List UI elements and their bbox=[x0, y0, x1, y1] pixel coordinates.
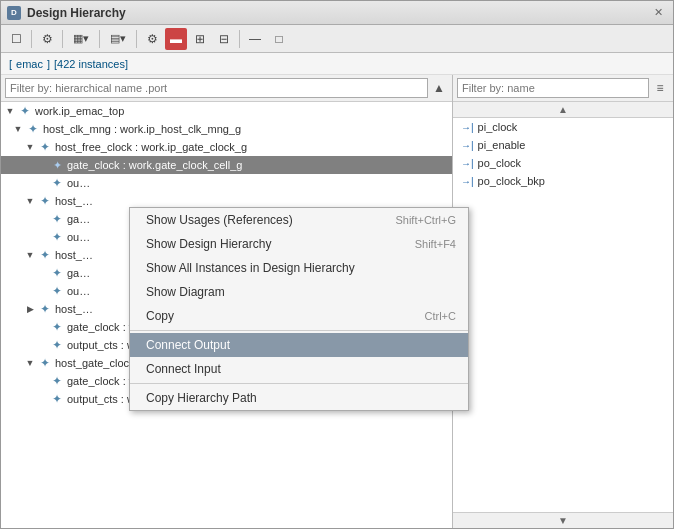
gear-icon-10: ✦ bbox=[50, 284, 64, 298]
port-in-arrow-0: →| bbox=[461, 122, 474, 133]
info-bracket-open: [ bbox=[9, 58, 12, 70]
tree-item-work-ip-emac-top[interactable]: ▼ ✦ work.ip_emac_top bbox=[1, 102, 452, 120]
gear-icon-6: ✦ bbox=[50, 212, 64, 226]
tree-label-1: host_clk_mng : work.ip_host_clk_mng_g bbox=[43, 123, 241, 135]
expand-icon-5[interactable]: ▼ bbox=[25, 196, 35, 206]
left-filter-input[interactable] bbox=[5, 78, 428, 98]
gear-icon-14: ✦ bbox=[38, 356, 52, 370]
toolbar-sep-4 bbox=[136, 30, 137, 48]
settings-toolbar-btn[interactable]: ⚙ bbox=[36, 28, 58, 50]
ctx-copy-shortcut: Ctrl+C bbox=[425, 310, 456, 322]
port-in-arrow-1: →| bbox=[461, 140, 474, 151]
expand-icon-2[interactable]: ▼ bbox=[25, 142, 35, 152]
gear-icon-1: ✦ bbox=[26, 122, 40, 136]
gear-icon-13: ✦ bbox=[50, 338, 64, 352]
main-window: D Design Hierarchy ✕ ☐ ⚙ ▦▾ ▤▾ ⚙ ▬ ⊞ ⊟ —… bbox=[0, 0, 674, 529]
expand-icon-10 bbox=[37, 286, 47, 296]
close-button[interactable]: ✕ bbox=[650, 6, 667, 19]
toolbar-sep-1 bbox=[31, 30, 32, 48]
right-filter-input[interactable] bbox=[457, 78, 649, 98]
left-filter-bar: ▲ bbox=[1, 75, 452, 102]
right-port-po-clock[interactable]: →| po_clock bbox=[453, 154, 673, 172]
title-bar: D Design Hierarchy ✕ bbox=[1, 1, 673, 25]
ctx-show-diagram-label: Show Diagram bbox=[146, 285, 225, 299]
port-out-arrow-3: →| bbox=[461, 176, 474, 187]
cols-toolbar-btn[interactable]: ▤▾ bbox=[104, 28, 132, 50]
ctx-connect-output[interactable]: Connect Output bbox=[130, 333, 468, 357]
expand-icon-8[interactable]: ▼ bbox=[25, 250, 35, 260]
gear-icon-16: ✦ bbox=[50, 392, 64, 406]
expand-icon-14[interactable]: ▼ bbox=[25, 358, 35, 368]
ctx-show-design-hierarchy[interactable]: Show Design Hierarchy Shift+F4 bbox=[130, 232, 468, 256]
tree-label-7: ou… bbox=[67, 231, 90, 243]
max-toolbar-btn[interactable]: □ bbox=[268, 28, 290, 50]
info-bar: [emac] [422 instances] bbox=[1, 53, 673, 75]
tree-label-10: ou… bbox=[67, 285, 90, 297]
ctx-copy-hierarchy-path[interactable]: Copy Hierarchy Path bbox=[130, 386, 468, 410]
checkbox-toolbar-btn[interactable]: ☐ bbox=[5, 28, 27, 50]
ctx-show-usages[interactable]: Show Usages (References) Shift+Ctrl+G bbox=[130, 208, 468, 232]
gear-icon-0: ✦ bbox=[18, 104, 32, 118]
ctx-show-design-hierarchy-label: Show Design Hierarchy bbox=[146, 237, 271, 251]
tree-item-gate-clock[interactable]: ✦ gate_clock : work.gate_clock_cell_g bbox=[1, 156, 452, 174]
gear-icon-15: ✦ bbox=[50, 374, 64, 388]
expand-icon-4 bbox=[37, 178, 47, 188]
gear-icon-12: ✦ bbox=[50, 320, 64, 334]
expand-icon-3 bbox=[37, 160, 47, 170]
left-panel: ▲ ▼ ✦ work.ip_emac_top ▼ ✦ host_clk_mng … bbox=[1, 75, 453, 528]
tree-item-host-clk-mng[interactable]: ▼ ✦ host_clk_mng : work.ip_host_clk_mng_… bbox=[1, 120, 452, 138]
dash-toolbar-btn[interactable]: — bbox=[244, 28, 266, 50]
toolbar-sep-2 bbox=[62, 30, 63, 48]
ctx-copy-label: Copy bbox=[146, 309, 174, 323]
tree-item-host-free-clock[interactable]: ▼ ✦ host_free_clock : work.ip_gate_clock… bbox=[1, 138, 452, 156]
gear-icon-4: ✦ bbox=[50, 176, 64, 190]
gear-icon-9: ✦ bbox=[50, 266, 64, 280]
minus-toolbar-btn[interactable]: ⊟ bbox=[213, 28, 235, 50]
gear-icon-7: ✦ bbox=[50, 230, 64, 244]
expand-icon-15 bbox=[37, 376, 47, 386]
ctx-copy[interactable]: Copy Ctrl+C bbox=[130, 304, 468, 328]
tree-label-5: host_… bbox=[55, 195, 93, 207]
tree-label-2: host_free_clock : work.ip_gate_clock_g bbox=[55, 141, 247, 153]
ctx-show-all-instances-label: Show All Instances in Design Hierarchy bbox=[146, 261, 355, 275]
grid-toolbar-btn[interactable]: ▦▾ bbox=[67, 28, 95, 50]
left-filter-scroll-up[interactable]: ▲ bbox=[430, 79, 448, 97]
port-out-arrow-2: →| bbox=[461, 158, 474, 169]
gear-icon-3: ✦ bbox=[50, 158, 64, 172]
chart-toolbar-btn[interactable]: ▬ bbox=[165, 28, 187, 50]
ctx-sep-2 bbox=[130, 383, 468, 384]
gear2-toolbar-btn[interactable]: ⚙ bbox=[141, 28, 163, 50]
tree-item-out1[interactable]: ✦ ou… bbox=[1, 174, 452, 192]
expand-icon-11[interactable]: ▶ bbox=[25, 304, 35, 314]
right-filter-icon[interactable]: ≡ bbox=[651, 79, 669, 97]
ctx-show-all-instances[interactable]: Show All Instances in Design Hierarchy bbox=[130, 256, 468, 280]
right-scroll-down-btn[interactable]: ▼ bbox=[453, 512, 673, 528]
right-tree-area[interactable]: →| pi_clock →| pi_enable →| po_clock →| … bbox=[453, 118, 673, 512]
info-emac[interactable]: emac bbox=[16, 58, 43, 70]
expand-icon-9 bbox=[37, 268, 47, 278]
gear-icon-8: ✦ bbox=[38, 248, 52, 262]
ctx-show-diagram[interactable]: Show Diagram bbox=[130, 280, 468, 304]
right-filter-bar: ≡ bbox=[453, 75, 673, 102]
right-port-pi-enable[interactable]: →| pi_enable bbox=[453, 136, 673, 154]
right-port-po-clock-bkp[interactable]: →| po_clock_bkp bbox=[453, 172, 673, 190]
ctx-show-usages-label: Show Usages (References) bbox=[146, 213, 293, 227]
right-port-pi-clock[interactable]: →| pi_clock bbox=[453, 118, 673, 136]
window-icon: D bbox=[7, 6, 21, 20]
tree-label-4: ou… bbox=[67, 177, 90, 189]
right-scroll-up-btn[interactable]: ▲ bbox=[453, 102, 673, 118]
right-port-label-2: po_clock bbox=[478, 157, 521, 169]
gear-icon-11: ✦ bbox=[38, 302, 52, 316]
expand-icon-0[interactable]: ▼ bbox=[5, 106, 15, 116]
toolbar-sep-3 bbox=[99, 30, 100, 48]
info-instances: [422 instances] bbox=[54, 58, 128, 70]
expand-icon-6 bbox=[37, 214, 47, 224]
tree-label-0: work.ip_emac_top bbox=[35, 105, 124, 117]
plus-toolbar-btn[interactable]: ⊞ bbox=[189, 28, 211, 50]
expand-icon-1[interactable]: ▼ bbox=[13, 124, 23, 134]
tree-label-8: host_… bbox=[55, 249, 93, 261]
ctx-connect-input[interactable]: Connect Input bbox=[130, 357, 468, 381]
tree-label-11: host_… bbox=[55, 303, 93, 315]
ctx-connect-output-label: Connect Output bbox=[146, 338, 230, 352]
ctx-show-design-hierarchy-shortcut: Shift+F4 bbox=[415, 238, 456, 250]
